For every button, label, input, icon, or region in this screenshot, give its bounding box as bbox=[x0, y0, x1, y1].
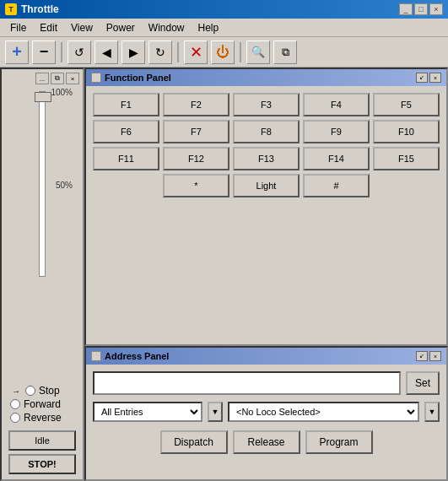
minimize-button[interactable]: _ bbox=[399, 3, 413, 15]
function-grid: F1 F2 F3 F4 F5 F6 F7 F8 F9 F10 F11 F12 F… bbox=[86, 86, 446, 204]
refresh-button[interactable]: ↻ bbox=[148, 41, 172, 64]
program-button[interactable]: Program bbox=[305, 430, 373, 454]
address-panel-title: Address Panel bbox=[105, 351, 416, 361]
maximize-button[interactable]: □ bbox=[414, 3, 428, 15]
speed-slider-thumb[interactable] bbox=[35, 92, 51, 102]
right-panels: Function Panel ↙ × F1 F2 F3 F4 F5 F6 F7 … bbox=[84, 68, 448, 481]
title-bar: T Throttle _ □ × bbox=[0, 0, 448, 19]
func-f1[interactable]: F1 bbox=[93, 93, 159, 116]
func-f5[interactable]: F5 bbox=[373, 93, 440, 116]
throttle-panel: ... ⧉ × 100% 50% → Stop Forward Rever bbox=[0, 68, 84, 481]
function-panel-title: Function Panel bbox=[105, 73, 416, 83]
func-asterisk[interactable]: * bbox=[163, 174, 229, 197]
app-icon: T bbox=[5, 3, 17, 15]
forward-direction-item: Forward bbox=[10, 398, 74, 410]
forward-radio[interactable] bbox=[10, 399, 20, 409]
function-panel: Function Panel ↙ × F1 F2 F3 F4 F5 F6 F7 … bbox=[84, 68, 448, 346]
add-button[interactable]: + bbox=[5, 41, 29, 64]
menu-file[interactable]: File bbox=[3, 20, 33, 35]
function-panel-close[interactable]: × bbox=[429, 73, 441, 83]
subtract-button[interactable]: − bbox=[32, 41, 56, 64]
release-button[interactable]: Release bbox=[233, 430, 300, 454]
loco-select[interactable]: <No Loco Selected> bbox=[228, 402, 419, 422]
speed-slider-track[interactable] bbox=[39, 91, 46, 277]
address-panel-close[interactable]: × bbox=[429, 351, 441, 361]
func-f8[interactable]: F8 bbox=[233, 120, 300, 143]
function-panel-minimize[interactable]: ↙ bbox=[416, 73, 428, 83]
reverse-direction-item: Reverse bbox=[10, 412, 74, 424]
menu-view[interactable]: View bbox=[64, 20, 100, 35]
stop-direction-item: → Stop bbox=[10, 385, 74, 397]
func-f3[interactable]: F3 bbox=[233, 93, 300, 116]
address-select-row: All Entries ▼ <No Loco Selected> ▼ bbox=[86, 398, 446, 425]
func-f2[interactable]: F2 bbox=[163, 93, 229, 116]
estop-button[interactable]: STOP! bbox=[8, 454, 76, 474]
reverse-radio[interactable] bbox=[10, 413, 20, 423]
toolbar: + − ↺ ◀ ▶ ↻ ✕ ⏻ 🔍 ⧉ bbox=[0, 37, 448, 68]
address-panel-header: Address Panel ↙ × bbox=[86, 348, 446, 365]
menu-bar: File Edit View Power Window Help bbox=[0, 19, 448, 37]
func-f10[interactable]: F10 bbox=[373, 120, 440, 143]
func-f15[interactable]: F15 bbox=[373, 147, 440, 170]
address-panel-icon bbox=[91, 351, 101, 361]
stop-icon-button[interactable]: ✕ bbox=[184, 41, 208, 64]
address-panel-minimize[interactable]: ↙ bbox=[416, 351, 428, 361]
entries-dropdown-arrow[interactable]: ▼ bbox=[208, 402, 223, 422]
address-input-row: Set bbox=[86, 365, 446, 398]
func-f12[interactable]: F12 bbox=[163, 147, 229, 170]
func-f4[interactable]: F4 bbox=[303, 93, 370, 116]
forward-label: Forward bbox=[24, 398, 61, 410]
address-panel-controls: ↙ × bbox=[416, 351, 441, 361]
left-button[interactable]: ◀ bbox=[94, 41, 118, 64]
search-button[interactable]: 🔍 bbox=[246, 41, 270, 64]
stop-label: Stop bbox=[39, 385, 60, 397]
func-hash[interactable]: # bbox=[303, 174, 370, 197]
menu-power[interactable]: Power bbox=[100, 20, 142, 35]
func-f14[interactable]: F14 bbox=[303, 147, 370, 170]
window-controls: _ □ × bbox=[399, 3, 443, 15]
throttle-close-button[interactable]: × bbox=[66, 73, 79, 84]
func-f9[interactable]: F9 bbox=[303, 120, 370, 143]
stop-arrow: → bbox=[10, 385, 22, 397]
main-content: ... ⧉ × 100% 50% → Stop Forward Rever bbox=[0, 68, 448, 481]
back-button[interactable]: ↺ bbox=[67, 41, 91, 64]
reverse-label: Reverse bbox=[24, 412, 62, 424]
speed-slider-container: 100% 50% bbox=[5, 88, 79, 381]
function-panel-header: Function Panel ↙ × bbox=[86, 69, 446, 86]
direction-controls: → Stop Forward Reverse bbox=[5, 381, 79, 429]
address-action-buttons: Dispatch Release Program bbox=[86, 425, 446, 459]
function-panel-icon bbox=[91, 73, 101, 83]
speed-100-label: 100% bbox=[51, 88, 73, 97]
throttle-float-button[interactable]: ⧉ bbox=[51, 73, 64, 84]
stop-radio[interactable] bbox=[25, 386, 35, 396]
toolbar-separator-1 bbox=[61, 42, 62, 62]
throttle-collapse-button[interactable]: ... bbox=[35, 73, 49, 84]
entries-select[interactable]: All Entries bbox=[93, 402, 202, 422]
func-f13[interactable]: F13 bbox=[233, 147, 300, 170]
func-f7[interactable]: F7 bbox=[163, 120, 229, 143]
address-input[interactable] bbox=[93, 371, 401, 395]
idle-button[interactable]: Idle bbox=[8, 430, 76, 451]
right-button[interactable]: ▶ bbox=[121, 41, 145, 64]
menu-window[interactable]: Window bbox=[142, 20, 192, 35]
func-light[interactable]: Light bbox=[233, 174, 300, 197]
menu-edit[interactable]: Edit bbox=[33, 20, 64, 35]
title-text: Throttle bbox=[21, 3, 399, 15]
dispatch-button[interactable]: Dispatch bbox=[160, 430, 228, 454]
menu-help[interactable]: Help bbox=[192, 20, 226, 35]
window-button[interactable]: ⧉ bbox=[273, 41, 297, 64]
toolbar-separator-3 bbox=[240, 42, 241, 62]
loco-dropdown-arrow[interactable]: ▼ bbox=[424, 402, 440, 422]
set-button[interactable]: Set bbox=[406, 371, 440, 395]
throttle-panel-header: ... ⧉ × bbox=[5, 73, 79, 84]
power-button[interactable]: ⏻ bbox=[211, 41, 235, 64]
function-panel-controls: ↙ × bbox=[416, 73, 441, 83]
func-f6[interactable]: F6 bbox=[93, 120, 159, 143]
toolbar-separator-2 bbox=[177, 42, 179, 62]
close-button[interactable]: × bbox=[429, 3, 443, 15]
address-panel: Address Panel ↙ × Set All Entries ▼ <No … bbox=[84, 346, 448, 481]
speed-50-label: 50% bbox=[56, 181, 73, 190]
func-f11[interactable]: F11 bbox=[93, 147, 159, 170]
